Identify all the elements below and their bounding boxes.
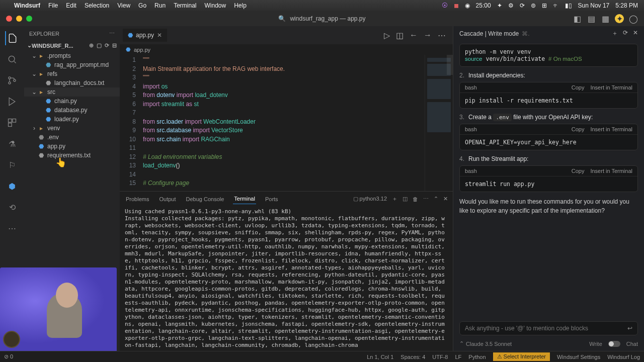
copy-button[interactable]: Copy bbox=[572, 84, 585, 90]
status-windsurf-log[interactable]: Windsurf Log bbox=[607, 354, 640, 360]
cascade-new-icon[interactable]: ＋ bbox=[612, 29, 618, 38]
wifi-icon[interactable]: ᯤ bbox=[553, 2, 559, 9]
file-loader.py[interactable]: ⬣loader.py bbox=[24, 115, 120, 124]
cascade-history-icon[interactable]: ⟳ bbox=[623, 29, 628, 38]
status-language[interactable]: Python bbox=[468, 354, 486, 360]
layout-sidebar-left-icon[interactable]: ◧ bbox=[573, 14, 582, 23]
file-langchain_docs.txt[interactable]: ⬣langchain_docs.txt bbox=[24, 78, 120, 87]
menubar-timer-icon[interactable]: ◉ bbox=[465, 2, 470, 9]
insert-terminal-button[interactable]: Insert in Terminal bbox=[590, 168, 632, 174]
split-terminal-icon[interactable]: ◫ bbox=[403, 196, 408, 202]
menu-view[interactable]: View bbox=[117, 2, 130, 9]
menu-run[interactable]: Run bbox=[154, 2, 166, 9]
terminal-output[interactable]: Using cached pyasn1-0.6.1-py3-none-any.w… bbox=[120, 206, 453, 351]
folder-refs[interactable]: ⌄▸refs bbox=[24, 69, 120, 78]
minimap[interactable] bbox=[425, 55, 453, 191]
search-icon[interactable]: 🔍 bbox=[278, 15, 286, 22]
status-icon-3[interactable]: ⟳ bbox=[520, 2, 525, 9]
file-rag_app_prompt.md[interactable]: ⬣rag_app_prompt.md bbox=[24, 60, 120, 69]
python-icon[interactable]: ⬢ bbox=[5, 179, 19, 193]
app-name[interactable]: Windsurf bbox=[14, 2, 40, 9]
insert-terminal-button[interactable]: Insert in Terminal bbox=[590, 126, 632, 132]
menu-file[interactable]: File bbox=[48, 2, 58, 9]
minimize-window-button[interactable] bbox=[16, 16, 22, 22]
new-file-icon[interactable]: ⊕ bbox=[89, 42, 94, 49]
model-selector[interactable]: ⌃ Claude 3.5 Sonnet bbox=[459, 340, 512, 347]
extensions-icon[interactable] bbox=[5, 116, 19, 130]
file-app.py[interactable]: ⬣app.py bbox=[24, 142, 120, 151]
folder-.prompts[interactable]: ⌄▸.prompts bbox=[24, 51, 120, 60]
menu-selection[interactable]: Selection bbox=[85, 2, 109, 9]
refresh-tree-icon[interactable]: ⟳ bbox=[105, 42, 109, 49]
status-select-interpreter[interactable]: ⚠ Select Interpreter bbox=[493, 352, 550, 361]
write-chat-toggle[interactable] bbox=[608, 341, 620, 347]
close-window-button[interactable] bbox=[6, 16, 12, 22]
breadcrumb[interactable]: ⬣ app.py bbox=[120, 44, 453, 55]
menu-go[interactable]: Go bbox=[138, 2, 146, 9]
menu-window[interactable]: Window bbox=[204, 2, 226, 9]
menu-terminal[interactable]: Terminal bbox=[174, 2, 196, 9]
battery-icon[interactable]: ▮▯ bbox=[565, 2, 572, 9]
copy-button[interactable]: Copy bbox=[572, 126, 585, 132]
layout-grid-icon[interactable]: ▦ bbox=[601, 14, 610, 23]
terminal-more-icon[interactable]: ⋯ bbox=[423, 196, 429, 202]
new-folder-icon[interactable]: ▢ bbox=[97, 42, 102, 49]
nav-back-icon[interactable]: ← bbox=[410, 31, 418, 40]
cascade-toggle-icon[interactable]: ✦ bbox=[615, 14, 624, 23]
status-indent[interactable]: Spaces: 4 bbox=[400, 354, 425, 360]
refresh-icon[interactable]: ⟲ bbox=[5, 200, 19, 214]
panel-up-icon[interactable]: ⌃ bbox=[434, 196, 438, 202]
terminal-profile[interactable]: ▢ python3.12 bbox=[353, 196, 387, 202]
status-cursor-pos[interactable]: Ln 1, Col 1 bbox=[367, 354, 393, 360]
account-icon[interactable]: ◯ bbox=[629, 14, 638, 23]
bookmark-icon[interactable]: ⚐ bbox=[5, 158, 19, 172]
tab-debug-console[interactable]: Debug Console bbox=[185, 194, 225, 204]
tab-output[interactable]: Output bbox=[158, 194, 177, 204]
more-icon[interactable]: ⋯ bbox=[5, 221, 19, 235]
status-icon[interactable]: ✦ bbox=[497, 2, 502, 9]
status-encoding[interactable]: UTF-8 bbox=[432, 354, 448, 360]
kill-terminal-icon[interactable]: 🗑 bbox=[413, 196, 418, 202]
file-database.py[interactable]: ⬣database.py bbox=[24, 106, 120, 115]
folder-venv[interactable]: ›▸venv bbox=[24, 124, 120, 133]
code-editor[interactable]: """Main Streamlit application for the RA… bbox=[140, 55, 425, 191]
maximize-window-button[interactable] bbox=[26, 16, 32, 22]
menubar-stop-icon[interactable]: ◼ bbox=[454, 2, 459, 9]
nav-fwd-icon[interactable]: → bbox=[424, 31, 432, 40]
menu-edit[interactable]: Edit bbox=[66, 2, 76, 9]
panel-close-icon[interactable]: ✕ bbox=[443, 196, 448, 202]
layout-panel-icon[interactable]: ▤ bbox=[587, 14, 596, 23]
cascade-close-icon[interactable]: ✕ bbox=[633, 29, 638, 38]
menu-help[interactable]: Help bbox=[234, 2, 247, 9]
file-requirements.txt[interactable]: ⬣requirements.txt bbox=[24, 151, 120, 160]
menubar-record-icon[interactable]: ⦿ bbox=[442, 2, 448, 9]
explorer-more-icon[interactable]: ⋯ bbox=[109, 30, 115, 37]
search-activity-icon[interactable] bbox=[5, 52, 19, 66]
cascade-input[interactable]: Ask anything - use '@' to mention code b… bbox=[459, 321, 638, 335]
tab-app-py[interactable]: ⬣ app.py ✕ bbox=[123, 29, 168, 42]
file-chain.py[interactable]: ⬣chain.py bbox=[24, 97, 120, 106]
split-editor-icon[interactable]: ◫ bbox=[396, 31, 404, 40]
status-eol[interactable]: LF bbox=[455, 354, 461, 360]
run-icon[interactable]: ▷ bbox=[384, 31, 390, 40]
status-icon-2[interactable]: ⚙ bbox=[508, 2, 514, 9]
tab-problems[interactable]: Problems bbox=[125, 194, 150, 204]
status-windsurf-settings[interactable]: Windsurf Settings bbox=[557, 354, 600, 360]
status-icon-5[interactable]: ⊞ bbox=[542, 2, 547, 9]
source-control-icon[interactable] bbox=[5, 73, 19, 87]
folder-src[interactable]: ⌄▸src bbox=[24, 87, 120, 97]
copy-button[interactable]: Copy bbox=[572, 168, 585, 174]
tab-terminal[interactable]: Terminal bbox=[233, 194, 256, 204]
editor-more-icon[interactable]: ⋯ bbox=[438, 31, 446, 40]
chevron-down-icon[interactable]: ⌄ bbox=[27, 42, 32, 49]
status-errors[interactable]: ⊘ 0 bbox=[4, 353, 13, 360]
tab-ports[interactable]: Ports bbox=[264, 194, 279, 204]
new-terminal-icon[interactable]: ＋ bbox=[392, 195, 397, 203]
collapse-icon[interactable]: ⊟ bbox=[112, 42, 117, 49]
flask-icon[interactable]: ⚗ bbox=[5, 137, 19, 151]
explorer-icon[interactable] bbox=[5, 31, 19, 45]
status-icon-4[interactable]: ⊚ bbox=[531, 2, 536, 9]
file-.env[interactable]: ⬣.env bbox=[24, 133, 120, 142]
insert-terminal-button[interactable]: Insert in Terminal bbox=[590, 84, 632, 90]
close-tab-icon[interactable]: ✕ bbox=[157, 32, 162, 39]
